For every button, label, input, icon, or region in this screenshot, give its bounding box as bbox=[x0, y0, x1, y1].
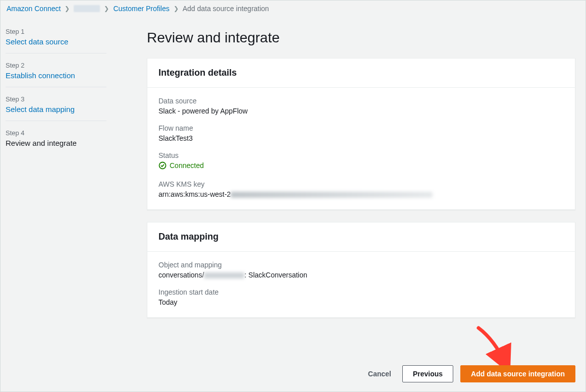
step-label: Step 1 bbox=[6, 28, 106, 35]
panel-header: Data mapping bbox=[147, 222, 575, 252]
kms-key-label: AWS KMS key bbox=[158, 180, 564, 188]
wizard-step-2[interactable]: Step 2 Establish connection bbox=[6, 59, 106, 87]
wizard-step-1[interactable]: Step 1 Select data source bbox=[6, 25, 106, 53]
step-title[interactable]: Select data source bbox=[6, 37, 106, 46]
data-mapping-panel: Data mapping Object and mapping conversa… bbox=[147, 222, 575, 318]
ingestion-date-label: Ingestion start date bbox=[158, 288, 564, 296]
wizard-step-3[interactable]: Step 3 Select data mapping bbox=[6, 92, 106, 121]
check-circle-icon bbox=[158, 161, 167, 170]
object-mapping-value: conversations/: SlackConversation bbox=[158, 271, 564, 279]
breadcrumb-root[interactable]: Amazon Connect bbox=[7, 5, 61, 13]
cancel-button[interactable]: Cancel bbox=[364, 367, 395, 381]
status-label: Status bbox=[158, 151, 564, 159]
step-label: Step 4 bbox=[6, 129, 106, 137]
wizard-steps: Step 1 Select data source Step 2 Establi… bbox=[1, 17, 112, 390]
breadcrumb-instance-redacted[interactable] bbox=[74, 5, 100, 12]
chevron-right-icon: ❯ bbox=[65, 5, 70, 12]
wizard-step-4: Step 4 Review and integrate bbox=[6, 126, 106, 154]
status-badge: Connected bbox=[158, 161, 204, 170]
status-text: Connected bbox=[170, 161, 204, 170]
panel-header: Integration details bbox=[147, 59, 575, 88]
data-source-value: Slack - powered by AppFlow bbox=[158, 107, 564, 115]
data-source-label: Data source bbox=[158, 97, 564, 105]
step-title: Review and integrate bbox=[6, 139, 106, 147]
page-title: Review and integrate bbox=[147, 30, 575, 46]
kms-key-value: arn:aws:kms:us-west-2 bbox=[158, 190, 564, 198]
flow-name-label: Flow name bbox=[158, 124, 564, 132]
add-data-source-integration-button[interactable]: Add data source integration bbox=[460, 365, 575, 382]
object-mapping-label: Object and mapping bbox=[158, 261, 564, 269]
main-content: Review and integrate Integration details… bbox=[112, 17, 585, 390]
wizard-actions: Cancel Previous Add data source integrat… bbox=[364, 365, 575, 382]
chevron-right-icon: ❯ bbox=[104, 5, 109, 12]
ingestion-date-value: Today bbox=[158, 298, 564, 306]
kms-key-redacted bbox=[231, 192, 433, 198]
app-frame: Amazon Connect ❯ ❯ Customer Profiles ❯ A… bbox=[0, 0, 586, 392]
object-id-redacted bbox=[204, 272, 244, 278]
breadcrumb-section[interactable]: Customer Profiles bbox=[113, 5, 169, 13]
step-label: Step 3 bbox=[6, 95, 106, 103]
flow-name-value: SlackTest3 bbox=[158, 134, 564, 142]
breadcrumb: Amazon Connect ❯ ❯ Customer Profiles ❯ A… bbox=[1, 1, 585, 17]
breadcrumb-current: Add data source integration bbox=[183, 5, 269, 13]
chevron-right-icon: ❯ bbox=[174, 5, 179, 12]
step-title[interactable]: Select data mapping bbox=[6, 105, 106, 114]
step-title[interactable]: Establish connection bbox=[6, 71, 106, 80]
step-label: Step 2 bbox=[6, 62, 106, 69]
previous-button[interactable]: Previous bbox=[402, 365, 453, 382]
integration-details-panel: Integration details Data source Slack - … bbox=[147, 58, 575, 210]
